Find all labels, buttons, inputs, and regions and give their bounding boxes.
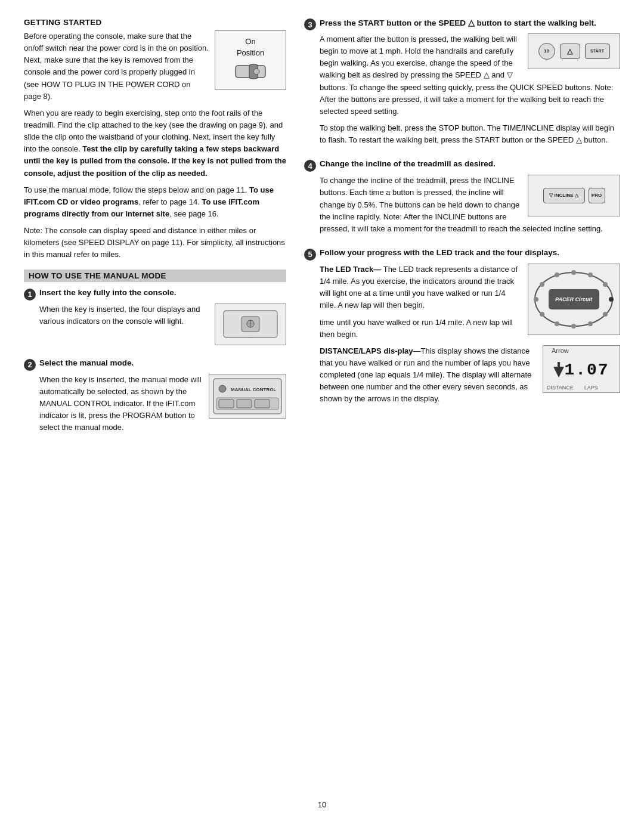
getting-started-para4: Note: The console can display speed and … — [24, 225, 286, 261]
pro-button: PRO — [589, 188, 605, 203]
step-3-content: 10 △ START A moment after the button is … — [304, 33, 620, 151]
incline-buttons: ▽ INCLINE △ PRO — [543, 188, 605, 203]
incline-down-button: ▽ INCLINE △ — [543, 188, 585, 203]
speed-up-button: △ — [560, 44, 580, 59]
svg-point-19 — [609, 297, 614, 302]
incline-display: ▽ INCLINE △ PRO — [543, 188, 605, 203]
manual-control-image: MANUAL CONTROL — [209, 374, 286, 419]
step-1-num: 1 — [24, 289, 36, 301]
step-5-num: 5 — [304, 249, 316, 261]
right-column: 3 Press the START button or the SPEED △ … — [304, 18, 620, 788]
svg-rect-13 — [237, 400, 252, 408]
led-track-section: PACER Circuit The LED Track— The LED tra… — [320, 264, 620, 345]
how-to-header: HOW TO USE THE MANUAL MODE — [24, 270, 286, 282]
step-2-content: MANUAL CONTROL When the key is inserted,… — [24, 374, 286, 439]
step-1-title-row: 1 Insert the key fully into the console. — [24, 288, 286, 301]
svg-point-2 — [253, 69, 259, 75]
svg-rect-12 — [219, 400, 234, 408]
key-insert-icon: · · · — [221, 308, 280, 340]
distance-laps-play-bold: play — [398, 346, 413, 355]
step-1-block: 1 Insert the key fully into the console. — [24, 288, 286, 350]
step-2-title-row: 2 Select the manual mode. — [24, 358, 286, 371]
distance-label: DISTANCE — [547, 384, 574, 392]
svg-text:PACER Circuit: PACER Circuit — [555, 296, 593, 302]
speed-10-button: 10 — [538, 43, 555, 60]
how-to-section: HOW TO USE THE MANUAL MODE 1 Insert the … — [24, 270, 286, 439]
led-track-image: PACER Circuit — [528, 264, 620, 335]
switch-icon — [233, 60, 268, 83]
svg-point-24 — [540, 312, 544, 317]
step-5-title-row: 5 Follow your progress with the LED trac… — [304, 248, 620, 261]
svg-text:· · ·: · · · — [248, 336, 253, 339]
two-column-layout: GETTING STARTED On Position — [24, 18, 620, 788]
on-position-line2: Position — [237, 48, 264, 57]
svg-rect-31 — [558, 362, 560, 368]
display-value: 1.07 — [564, 357, 609, 383]
svg-text:MANUAL CONTROL: MANUAL CONTROL — [231, 387, 276, 392]
step-3-para2: To stop the walking belt, press the STOP… — [320, 122, 620, 146]
step-4-content: ▽ INCLINE △ PRO To change the incline of… — [304, 175, 620, 240]
key-insert-image: · · · — [215, 304, 286, 345]
distance-laps-section: Arrow 1.07 DISTANCE — [320, 345, 620, 410]
step-3-title: Press the START button or the SPEED △ bu… — [320, 18, 596, 27]
svg-point-27 — [555, 272, 559, 277]
svg-point-16 — [571, 270, 576, 275]
step-2-title: Select the manual mode. — [39, 358, 134, 367]
step-4-title: Change the incline of the treadmill as d… — [320, 159, 496, 168]
svg-point-18 — [603, 282, 608, 287]
svg-point-25 — [534, 297, 538, 302]
step-2-num: 2 — [24, 359, 36, 371]
step-4-title-row: 4 Change the incline of the treadmill as… — [304, 159, 620, 172]
step-5-block: 5 Follow your progress with the LED trac… — [304, 248, 620, 410]
svg-point-22 — [571, 324, 576, 329]
step-2-block: 2 Select the manual mode. MANUAL CONTROL — [24, 358, 286, 439]
step-4-block: 4 Change the incline of the treadmill as… — [304, 159, 620, 240]
step-1-title: Insert the key fully into the console. — [39, 288, 177, 297]
led-track-icon: PACER Circuit — [531, 267, 617, 332]
svg-point-26 — [540, 282, 544, 287]
svg-rect-14 — [255, 400, 270, 408]
speed-buttons-image: 10 △ START — [528, 33, 620, 69]
arrow-label: Arrow — [547, 346, 616, 356]
svg-point-23 — [555, 321, 559, 326]
step-3-block: 3 Press the START button or the SPEED △ … — [304, 18, 620, 151]
manual-control-icon: MANUAL CONTROL — [212, 377, 283, 416]
svg-point-9 — [219, 385, 226, 392]
svg-point-21 — [588, 321, 593, 326]
on-position-block: On Position Before operating the console… — [24, 30, 286, 107]
display-sub-labels: DISTANCE LAPS — [547, 384, 616, 392]
getting-started-section: GETTING STARTED On Position — [24, 18, 286, 261]
getting-started-para3: To use the manual mode, follow the steps… — [24, 184, 286, 220]
distance-display-inner: Arrow 1.07 DISTANCE — [543, 342, 620, 396]
page-container: GETTING STARTED On Position — [0, 0, 644, 833]
step-5-content: PACER Circuit The LED Track— The LED tra… — [304, 264, 620, 410]
step-5-title: Follow your progress with the LED track … — [320, 248, 559, 257]
step-4-num: 4 — [304, 160, 316, 172]
led-track-strong: The LED Track— — [320, 265, 381, 274]
start-button: START — [585, 44, 610, 59]
getting-started-bold: Test the clip by carefully taking a few … — [24, 144, 286, 177]
svg-point-17 — [588, 272, 593, 277]
left-column: GETTING STARTED On Position — [24, 18, 286, 788]
svg-marker-30 — [553, 367, 564, 377]
distance-display-image: Arrow 1.07 DISTANCE — [543, 345, 620, 393]
step-3-num: 3 — [304, 18, 316, 30]
svg-point-20 — [603, 312, 608, 317]
laps-label: LAPS — [584, 384, 598, 392]
arrow-and-number: 1.07 — [547, 357, 616, 383]
on-position-line1: On — [245, 37, 255, 46]
step-1-content: · · · When the key is inserted, the four… — [24, 304, 286, 350]
distance-laps-subtitle: DISTANCE/LAPS dis- — [320, 346, 398, 355]
getting-started-header: GETTING STARTED — [24, 18, 286, 27]
getting-started-para2: When you are ready to begin exercising, … — [24, 107, 286, 179]
step-3-title-row: 3 Press the START button or the SPEED △ … — [304, 18, 620, 30]
page-number: 10 — [24, 800, 620, 809]
incline-image: ▽ INCLINE △ PRO — [528, 175, 620, 216]
button-row: 10 △ START — [528, 39, 620, 63]
arrow-down-icon — [553, 361, 564, 379]
on-position-diagram: On Position — [215, 30, 286, 90]
